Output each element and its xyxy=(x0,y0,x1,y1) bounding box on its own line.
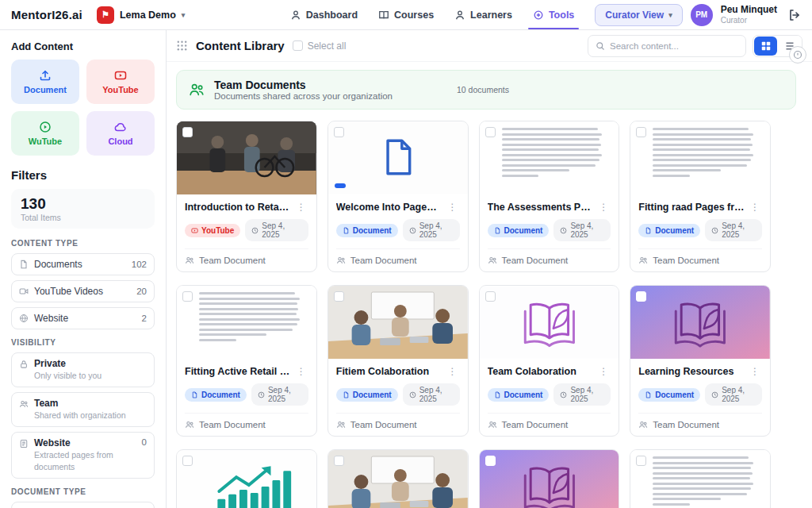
card-thumbnail[interactable] xyxy=(328,286,468,359)
content-card[interactable]: Welcome Into Pages fr...⋮DocumentSep 4, … xyxy=(327,121,469,272)
card-footer: Team Document xyxy=(185,248,308,265)
card-title: Welcome Into Pages fr... xyxy=(336,202,442,213)
card-thumbnail[interactable] xyxy=(177,121,316,194)
card-menu-button[interactable]: ⋮ xyxy=(446,366,460,377)
card-checkbox[interactable] xyxy=(334,291,344,302)
visibility-list: PrivateOnly visible to youTeamShared wit… xyxy=(11,352,155,479)
content-card[interactable]: Fitting Active Retail Fit...⋮DocumentSep… xyxy=(176,285,317,437)
card-menu-button[interactable]: ⋮ xyxy=(294,366,308,377)
total-items-box: 130 Total Items xyxy=(11,189,155,229)
curator-view-button[interactable]: Curator View ▾ xyxy=(595,4,682,26)
add-cloud-button[interactable]: Cloud xyxy=(86,111,155,156)
card-menu-button[interactable]: ⋮ xyxy=(748,366,762,377)
card-checkbox[interactable] xyxy=(636,127,646,137)
filter-visibility-team[interactable]: TeamShared with organization xyxy=(11,392,155,427)
add-document-button[interactable]: Document xyxy=(11,60,79,104)
card-checkbox[interactable] xyxy=(485,127,496,137)
filter-content-type-youtube-videos[interactable]: YouTube Videos20 xyxy=(11,280,155,302)
card-thumbnail[interactable] xyxy=(328,121,468,194)
content-card[interactable] xyxy=(479,449,620,508)
card-thumbnail[interactable] xyxy=(630,286,770,359)
grid-view-button[interactable] xyxy=(754,37,777,56)
banner-title: Team Documents xyxy=(214,79,393,91)
visibility-text: WebsiteExtracted pages from documents xyxy=(34,437,136,473)
sidebar: Add Content DocumentYouTubeWuTubeCloud F… xyxy=(0,30,167,508)
card-menu-button[interactable]: ⋮ xyxy=(446,202,460,213)
select-all-control[interactable]: Select all xyxy=(293,40,347,52)
card-checkbox[interactable] xyxy=(334,127,344,137)
content-type-heading: CONTENT TYPE xyxy=(11,239,155,248)
card-checkbox[interactable] xyxy=(485,291,496,302)
add-content-title: Add Content xyxy=(11,40,155,52)
people-icon xyxy=(638,420,648,429)
book-feather-icon xyxy=(630,286,770,359)
card-date-badge: Sep 4, 2025 xyxy=(403,219,460,241)
content-card[interactable] xyxy=(630,449,771,508)
nav-item-dashboard[interactable]: Dashboard xyxy=(290,0,358,29)
card-menu-button[interactable]: ⋮ xyxy=(596,202,611,213)
filter-content-type-website[interactable]: Website2 xyxy=(11,307,155,329)
filter-count: 20 xyxy=(136,287,147,296)
card-menu-button[interactable]: ⋮ xyxy=(748,202,762,213)
card-body: Welcome Into Pages fr...⋮DocumentSep 4, … xyxy=(328,194,468,271)
card-menu-button[interactable]: ⋮ xyxy=(294,202,308,213)
filter-visibility-website[interactable]: WebsiteExtracted pages from documents0 xyxy=(11,432,155,479)
card-thumbnail[interactable] xyxy=(630,121,770,194)
team-icon xyxy=(188,81,205,98)
content-card[interactable]: Team Colaboration⋮DocumentSep 4, 2025Tea… xyxy=(479,285,620,437)
card-checkbox[interactable] xyxy=(182,127,193,137)
card-footer-label: Team Document xyxy=(350,420,417,429)
card-thumbnail[interactable] xyxy=(630,450,770,508)
nav-item-tools[interactable]: Tools xyxy=(533,0,574,29)
add-wutube-button[interactable]: WuTube xyxy=(11,111,79,156)
card-checkbox[interactable] xyxy=(182,456,193,466)
content-card[interactable]: Introduction to Retail Fit...⋮YouTubeSep… xyxy=(176,121,317,272)
people-icon xyxy=(336,420,346,429)
content-search-input[interactable] xyxy=(610,41,738,51)
card-checkbox[interactable] xyxy=(485,456,496,466)
card-thumbnail[interactable] xyxy=(328,450,468,508)
filter-visibility-private[interactable]: PrivateOnly visible to you xyxy=(11,352,155,387)
workspace-switcher[interactable]: ⚑ Lema Demo ▾ xyxy=(97,6,185,24)
nav-item-learners[interactable]: Learners xyxy=(454,0,512,29)
card-thumbnail[interactable] xyxy=(177,286,316,359)
content-card[interactable]: The Assessments Page...⋮DocumentSep 4, 2… xyxy=(479,121,620,272)
history-icon[interactable] xyxy=(789,46,806,64)
add-button-label: WuTube xyxy=(29,137,62,146)
card-footer: Team Document xyxy=(488,413,611,429)
clock-icon xyxy=(409,391,416,398)
filter-document-type-sales-document[interactable]: Sales Document xyxy=(11,502,155,508)
card-thumbnail[interactable] xyxy=(480,121,619,194)
card-type-badge: Document xyxy=(638,388,700,402)
content-card[interactable]: Fitiem Colaboration⋮DocumentSep 4, 2025T… xyxy=(327,285,469,437)
card-thumbnail[interactable] xyxy=(480,286,619,359)
card-footer: Team Document xyxy=(638,248,762,265)
filter-content-type-documents[interactable]: Documents102 xyxy=(11,253,155,275)
avatar[interactable]: PM xyxy=(691,4,713,26)
app-window: MentorI26.ai ⚑ Lema Demo ▾ DashboardCour… xyxy=(0,0,812,508)
content-card[interactable]: Learning Resources⋮DocumentSep 4, 2025Te… xyxy=(630,285,771,437)
document-type-list: Sales Document xyxy=(11,502,155,508)
card-thumbnail[interactable] xyxy=(177,450,316,508)
select-all-checkbox[interactable] xyxy=(293,40,303,51)
main-content: Content Library Select all xyxy=(167,30,812,508)
card-checkbox[interactable] xyxy=(636,456,646,466)
card-footer-label: Team Document xyxy=(653,420,719,429)
content-card[interactable] xyxy=(176,449,317,508)
nav-item-courses[interactable]: Courses xyxy=(378,0,434,29)
card-checkbox[interactable] xyxy=(636,291,646,302)
card-checkbox[interactable] xyxy=(334,456,344,466)
content-card[interactable] xyxy=(327,449,469,508)
card-type-badge: Document xyxy=(488,388,550,402)
visibility-label: Private xyxy=(34,358,66,369)
clock-icon xyxy=(409,227,416,234)
logout-icon[interactable] xyxy=(788,9,801,21)
card-thumbnail[interactable] xyxy=(480,450,619,508)
nav-item-label: Tools xyxy=(549,10,574,21)
content-card[interactable]: Fitting raad Pages from...⋮DocumentSep 4… xyxy=(630,121,771,272)
document-icon xyxy=(343,391,350,398)
add-youtube-button[interactable]: YouTube xyxy=(86,60,155,104)
doc-icon xyxy=(19,260,29,269)
card-checkbox[interactable] xyxy=(182,291,193,302)
card-menu-button[interactable]: ⋮ xyxy=(596,366,611,377)
